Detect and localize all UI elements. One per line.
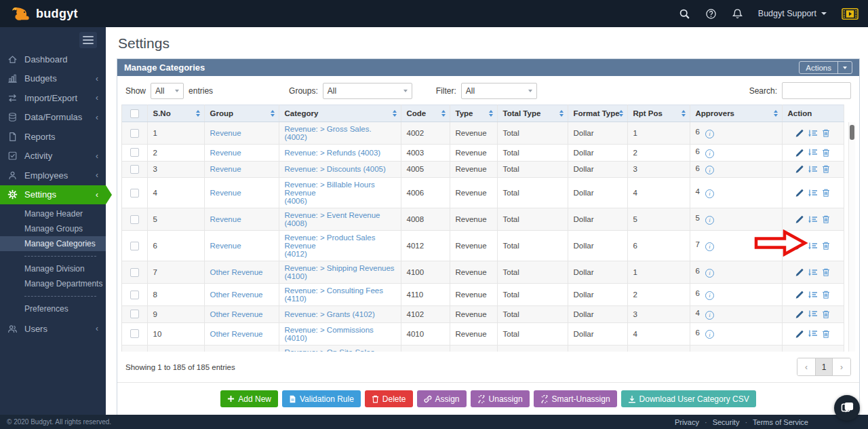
reorder-icon[interactable] [808,268,818,277]
prev-page-button[interactable]: ‹ [797,358,815,375]
group-link[interactable]: Revenue [204,231,279,261]
group-link[interactable]: Revenue [204,178,279,208]
delete-icon[interactable] [821,329,831,339]
row-checkbox[interactable] [130,268,139,277]
category-link[interactable]: Revenue: > Billable Hours Revenue (4006) [279,178,401,208]
edit-icon[interactable] [795,128,804,138]
category-link[interactable]: Revenue: > Discounts (4005) [279,161,401,178]
actions-button[interactable]: Actions [799,61,852,74]
search-icon[interactable] [679,8,690,20]
edit-icon[interactable] [795,188,804,198]
category-link[interactable]: Revenue: > Product Sales Revenue (4012) [279,231,401,261]
edit-icon[interactable] [795,214,804,224]
privacy-link[interactable]: Privacy [675,418,699,426]
group-link[interactable]: Other Revenue [204,306,279,323]
reorder-icon[interactable] [808,189,818,198]
category-link[interactable]: Revenue: > Consulting Fees (4110) [279,284,401,306]
column-header-s-no[interactable]: S.No [147,105,204,122]
row-checkbox[interactable] [130,291,139,299]
row-checkbox[interactable] [130,148,139,157]
row-checkbox[interactable] [130,189,139,198]
info-icon[interactable]: i [705,242,714,251]
column-header-group[interactable]: Group [204,105,279,122]
sidebar-subitem-manage-division[interactable]: Manage Division [0,261,106,276]
info-icon[interactable]: i [705,330,714,339]
sort-icon[interactable] [682,110,686,117]
row-checkbox[interactable] [130,129,139,138]
group-link[interactable]: Revenue [204,208,279,231]
assign-button[interactable]: Assign [417,390,467,407]
category-link[interactable]: Revenue: > Gross Sales. (4002) [279,122,401,145]
show-entries-select[interactable]: All [151,83,184,99]
menu-toggle-button[interactable] [79,32,97,48]
category-link[interactable]: Revenue: > Commissions (4010) [279,322,401,345]
category-link[interactable]: Revenue: > Refunds (4003) [279,145,401,162]
reorder-icon[interactable] [808,129,818,138]
info-icon[interactable]: i [705,269,714,278]
sidebar-item-reports[interactable]: Reports [0,127,106,147]
download-user-category-csv-button[interactable]: Download User Category CSV [621,390,756,407]
security-link[interactable]: Security [713,418,740,426]
terms-of-service-link[interactable]: Terms of Service [753,418,808,426]
add-new-button[interactable]: Add New [220,390,278,407]
actions-caret-button[interactable] [837,62,852,73]
smart-unassign-button[interactable]: Smart-Unassign [534,390,617,407]
category-link[interactable]: Revenue: > On Site Sales (4011) [279,345,401,352]
sidebar-subitem-preferences[interactable]: Preferences [0,301,106,316]
unassign-button[interactable]: Unassign [471,390,530,407]
sort-icon[interactable] [196,110,200,117]
column-header-approvers[interactable]: Approvers [690,105,782,122]
sidebar-item-users[interactable]: Users‹ [0,319,106,339]
sort-icon[interactable] [271,110,275,117]
edit-icon[interactable] [795,148,804,157]
row-checkbox[interactable] [130,329,139,338]
sidebar-subitem-manage-categories[interactable]: Manage Categories [0,236,106,251]
chat-widget-button[interactable] [834,395,860,421]
info-icon[interactable]: i [705,291,714,300]
row-checkbox[interactable] [130,310,139,318]
info-icon[interactable]: i [705,189,714,198]
column-header-format-type[interactable]: Format Type [568,105,627,122]
delete-icon[interactable] [821,310,831,319]
sidebar-item-activity[interactable]: Activity‹ [0,147,106,166]
delete-icon[interactable] [821,164,831,174]
notifications-icon[interactable] [732,8,743,20]
category-link[interactable]: Revenue: > Event Revenue (4008) [279,208,401,231]
sort-icon[interactable] [774,110,778,117]
column-header-code[interactable]: Code [401,105,450,122]
reorder-icon[interactable] [808,215,818,224]
sidebar-subitem-manage-departments[interactable]: Manage Departments [0,276,106,291]
page-1-button[interactable]: 1 [815,358,833,375]
delete-icon[interactable] [821,267,831,277]
delete-icon[interactable] [821,148,831,157]
column-header-total-type[interactable]: Total Type [497,105,568,122]
help-icon[interactable] [705,8,717,20]
info-icon[interactable]: i [705,311,714,320]
group-link[interactable]: Revenue [204,145,279,162]
delete-icon[interactable] [821,290,831,299]
reorder-icon[interactable] [808,165,818,174]
select-all-checkbox[interactable] [130,109,139,118]
info-icon[interactable]: i [705,166,714,174]
reorder-icon[interactable] [808,291,818,299]
group-link[interactable]: Revenue [204,161,279,178]
group-link[interactable]: Revenue [204,122,279,145]
column-header-type[interactable]: Type [450,105,497,122]
sidebar-subitem-manage-header[interactable]: Manage Header [0,206,106,221]
next-page-button[interactable]: › [833,358,850,375]
edit-icon[interactable] [795,290,804,299]
sort-icon[interactable] [559,110,564,117]
edit-icon[interactable] [795,267,804,277]
delete-icon[interactable] [821,214,831,224]
app-logo[interactable]: budgyt [11,5,78,22]
column-header-rpt-pos[interactable]: Rpt Pos [627,105,690,122]
sidebar-item-data-formulas[interactable]: Data/Formulas‹ [0,108,106,128]
sidebar-item-employees[interactable]: Employees‹ [0,166,106,185]
reorder-icon[interactable] [808,329,818,338]
info-icon[interactable]: i [705,216,714,225]
sort-icon[interactable] [393,110,397,117]
group-link[interactable]: Other Revenue [204,322,279,345]
group-link[interactable]: Other Revenue [204,284,279,306]
sidebar-item-settings[interactable]: Settings‹ [0,185,106,205]
delete-icon[interactable] [821,188,831,198]
